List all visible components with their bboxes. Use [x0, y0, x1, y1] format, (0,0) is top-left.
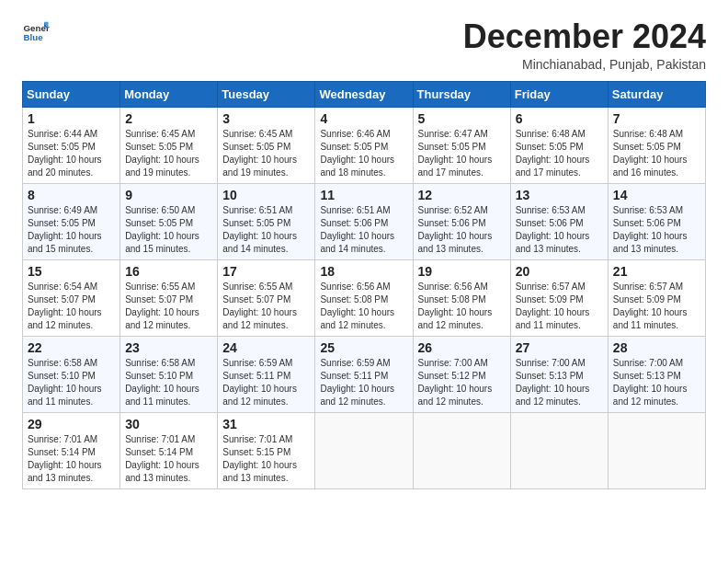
day-info: Sunrise: 7:01 AM Sunset: 5:15 PM Dayligh… — [222, 433, 310, 485]
day-info: Sunrise: 6:56 AM Sunset: 5:08 PM Dayligh… — [418, 281, 506, 332]
day-number: 8 — [28, 188, 115, 202]
calendar-body: 1Sunrise: 6:44 AM Sunset: 5:05 PM Daylig… — [23, 107, 706, 488]
day-number: 6 — [516, 111, 603, 126]
day-number: 18 — [320, 264, 407, 279]
logo: General Blue — [22, 18, 50, 46]
weekday-header-saturday: Saturday — [608, 81, 705, 107]
day-info: Sunrise: 6:51 AM Sunset: 5:05 PM Dayligh… — [222, 204, 310, 256]
day-info: Sunrise: 6:50 AM Sunset: 5:05 PM Dayligh… — [125, 204, 212, 256]
day-number: 2 — [125, 111, 212, 126]
day-info: Sunrise: 6:57 AM Sunset: 5:09 PM Dayligh… — [613, 281, 700, 332]
calendar-cell — [510, 412, 608, 488]
calendar-cell: 21Sunrise: 6:57 AM Sunset: 5:09 PM Dayli… — [608, 259, 705, 336]
weekday-header-thursday: Thursday — [413, 81, 510, 107]
calendar-cell: 14Sunrise: 6:53 AM Sunset: 5:06 PM Dayli… — [608, 183, 705, 259]
day-number: 4 — [320, 111, 407, 126]
weekday-header-wednesday: Wednesday — [315, 81, 413, 107]
calendar-cell: 3Sunrise: 6:45 AM Sunset: 5:05 PM Daylig… — [218, 107, 315, 183]
day-number: 16 — [125, 264, 212, 279]
day-number: 29 — [28, 417, 115, 431]
day-number: 28 — [613, 340, 700, 355]
calendar-cell: 10Sunrise: 6:51 AM Sunset: 5:05 PM Dayli… — [218, 183, 315, 259]
day-info: Sunrise: 6:51 AM Sunset: 5:06 PM Dayligh… — [320, 204, 407, 256]
day-number: 3 — [222, 111, 310, 126]
day-info: Sunrise: 6:59 AM Sunset: 5:11 PM Dayligh… — [320, 357, 407, 408]
day-info: Sunrise: 6:55 AM Sunset: 5:07 PM Dayligh… — [125, 281, 212, 332]
day-info: Sunrise: 6:48 AM Sunset: 5:05 PM Dayligh… — [613, 128, 700, 179]
day-number: 11 — [320, 188, 407, 202]
day-info: Sunrise: 6:46 AM Sunset: 5:05 PM Dayligh… — [320, 128, 407, 179]
day-info: Sunrise: 6:44 AM Sunset: 5:05 PM Dayligh… — [28, 128, 115, 179]
day-number: 23 — [125, 340, 212, 355]
calendar-cell: 29Sunrise: 7:01 AM Sunset: 5:14 PM Dayli… — [23, 412, 120, 488]
day-info: Sunrise: 6:47 AM Sunset: 5:05 PM Dayligh… — [418, 128, 506, 179]
day-info: Sunrise: 6:54 AM Sunset: 5:07 PM Dayligh… — [28, 281, 115, 332]
day-number: 30 — [125, 417, 212, 431]
weekday-header-tuesday: Tuesday — [218, 81, 315, 107]
calendar-cell: 2Sunrise: 6:45 AM Sunset: 5:05 PM Daylig… — [120, 107, 218, 183]
calendar: SundayMondayTuesdayWednesdayThursdayFrid… — [22, 81, 706, 489]
calendar-cell: 4Sunrise: 6:46 AM Sunset: 5:05 PM Daylig… — [315, 107, 413, 183]
day-number: 27 — [516, 340, 603, 355]
logo-icon: General Blue — [22, 18, 50, 46]
calendar-cell: 26Sunrise: 7:00 AM Sunset: 5:12 PM Dayli… — [413, 336, 510, 412]
calendar-cell — [315, 412, 413, 488]
day-number: 17 — [222, 264, 310, 279]
calendar-week-row: 8Sunrise: 6:49 AM Sunset: 5:05 PM Daylig… — [23, 183, 706, 259]
calendar-cell: 27Sunrise: 7:00 AM Sunset: 5:13 PM Dayli… — [510, 336, 608, 412]
calendar-week-row: 29Sunrise: 7:01 AM Sunset: 5:14 PM Dayli… — [23, 412, 706, 488]
calendar-cell: 8Sunrise: 6:49 AM Sunset: 5:05 PM Daylig… — [23, 183, 120, 259]
day-info: Sunrise: 6:55 AM Sunset: 5:07 PM Dayligh… — [222, 281, 310, 332]
calendar-cell: 11Sunrise: 6:51 AM Sunset: 5:06 PM Dayli… — [315, 183, 413, 259]
calendar-cell: 6Sunrise: 6:48 AM Sunset: 5:05 PM Daylig… — [510, 107, 608, 183]
day-number: 1 — [28, 111, 115, 126]
calendar-cell — [608, 412, 705, 488]
calendar-cell: 25Sunrise: 6:59 AM Sunset: 5:11 PM Dayli… — [315, 336, 413, 412]
day-number: 22 — [28, 340, 115, 355]
calendar-cell: 13Sunrise: 6:53 AM Sunset: 5:06 PM Dayli… — [510, 183, 608, 259]
day-info: Sunrise: 6:45 AM Sunset: 5:05 PM Dayligh… — [222, 128, 310, 179]
calendar-cell: 17Sunrise: 6:55 AM Sunset: 5:07 PM Dayli… — [218, 259, 315, 336]
svg-text:Blue: Blue — [24, 32, 44, 42]
day-info: Sunrise: 7:01 AM Sunset: 5:14 PM Dayligh… — [28, 433, 115, 485]
calendar-cell: 30Sunrise: 7:01 AM Sunset: 5:14 PM Dayli… — [120, 412, 218, 488]
day-info: Sunrise: 6:59 AM Sunset: 5:11 PM Dayligh… — [222, 357, 310, 408]
day-number: 10 — [222, 188, 310, 202]
day-number: 25 — [320, 340, 407, 355]
day-number: 5 — [418, 111, 506, 126]
day-number: 20 — [516, 264, 603, 279]
calendar-cell: 9Sunrise: 6:50 AM Sunset: 5:05 PM Daylig… — [120, 183, 218, 259]
day-info: Sunrise: 6:52 AM Sunset: 5:06 PM Dayligh… — [418, 204, 506, 256]
day-number: 31 — [222, 417, 310, 431]
day-number: 26 — [418, 340, 506, 355]
day-number: 7 — [613, 111, 700, 126]
calendar-cell: 16Sunrise: 6:55 AM Sunset: 5:07 PM Dayli… — [120, 259, 218, 336]
day-number: 9 — [125, 188, 212, 202]
day-info: Sunrise: 6:53 AM Sunset: 5:06 PM Dayligh… — [613, 204, 700, 256]
day-info: Sunrise: 7:00 AM Sunset: 5:13 PM Dayligh… — [516, 357, 603, 408]
calendar-cell: 5Sunrise: 6:47 AM Sunset: 5:05 PM Daylig… — [413, 107, 510, 183]
day-number: 14 — [613, 188, 700, 202]
calendar-week-row: 15Sunrise: 6:54 AM Sunset: 5:07 PM Dayli… — [23, 259, 706, 336]
calendar-cell: 7Sunrise: 6:48 AM Sunset: 5:05 PM Daylig… — [608, 107, 705, 183]
weekday-header-monday: Monday — [120, 81, 218, 107]
weekday-header-friday: Friday — [510, 81, 608, 107]
calendar-cell: 24Sunrise: 6:59 AM Sunset: 5:11 PM Dayli… — [218, 336, 315, 412]
header: General Blue December 2024 Minchianabad,… — [22, 18, 706, 72]
day-number: 19 — [418, 264, 506, 279]
day-number: 13 — [516, 188, 603, 202]
day-number: 15 — [28, 264, 115, 279]
calendar-cell: 28Sunrise: 7:00 AM Sunset: 5:13 PM Dayli… — [608, 336, 705, 412]
calendar-cell — [413, 412, 510, 488]
calendar-cell: 19Sunrise: 6:56 AM Sunset: 5:08 PM Dayli… — [413, 259, 510, 336]
calendar-cell: 1Sunrise: 6:44 AM Sunset: 5:05 PM Daylig… — [23, 107, 120, 183]
day-info: Sunrise: 6:58 AM Sunset: 5:10 PM Dayligh… — [125, 357, 212, 408]
day-info: Sunrise: 6:57 AM Sunset: 5:09 PM Dayligh… — [516, 281, 603, 332]
month-title: December 2024 — [463, 18, 706, 55]
day-info: Sunrise: 6:53 AM Sunset: 5:06 PM Dayligh… — [516, 204, 603, 256]
calendar-cell: 12Sunrise: 6:52 AM Sunset: 5:06 PM Dayli… — [413, 183, 510, 259]
calendar-cell: 22Sunrise: 6:58 AM Sunset: 5:10 PM Dayli… — [23, 336, 120, 412]
day-info: Sunrise: 6:45 AM Sunset: 5:05 PM Dayligh… — [125, 128, 212, 179]
calendar-week-row: 22Sunrise: 6:58 AM Sunset: 5:10 PM Dayli… — [23, 336, 706, 412]
calendar-week-row: 1Sunrise: 6:44 AM Sunset: 5:05 PM Daylig… — [23, 107, 706, 183]
